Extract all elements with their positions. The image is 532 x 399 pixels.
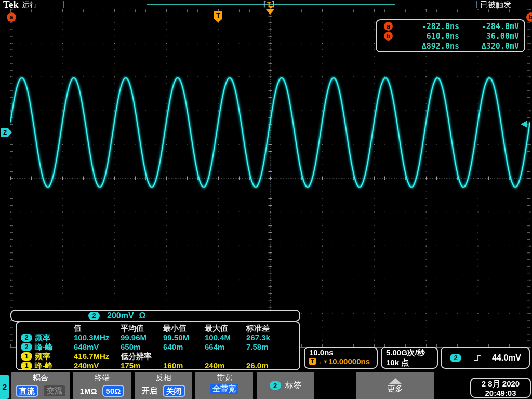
acquisition-run-status: 运行 [22,0,37,10]
termination-label: 终端 [95,373,110,383]
cursor-a-voltage: -284.0mV [459,22,519,31]
invert-off-option[interactable]: 关闭 [163,385,185,397]
meas-row1-name: 频率 [35,333,50,342]
termination-50ohm-option[interactable]: 50Ω [102,385,125,397]
meas-row1-std: 267.3k [246,333,296,342]
label-menu-button[interactable]: 2 标签 [257,372,314,399]
channel2-impedance: Ω [139,311,146,321]
meas-row2-max: 664m [205,342,246,352]
meas-row2-std: 7.58m [246,342,296,352]
arrow-icon: → [316,358,323,365]
meas-header-std: 标准差 [246,324,296,333]
label-text: 标签 [285,380,302,391]
coupling-dc-option[interactable]: 直流 [16,385,38,397]
meas-row4-value: 240mV [74,361,121,370]
meas-row3-max [205,352,246,361]
bandwidth-label: 带宽 [217,373,232,383]
record-length: 10k 点 [386,358,437,368]
channel2-badge: 2 [21,334,32,342]
meas-row4-mean: 175m [121,361,163,370]
cursor-a-offscreen-marker: a [7,12,16,22]
termination-menu-button[interactable]: 终端 1MΩ 50Ω [73,372,131,399]
cursor-delta-spacer [384,42,393,50]
termination-1meg-option[interactable]: 1MΩ [80,387,97,395]
acquisition-readout-box: 5.00G次/秒 10k 点 [381,347,438,369]
meas-header-mean: 平均值 [121,324,163,333]
meas-row2-min: 640m [163,342,205,352]
meas-row2-mean: 650m [121,342,163,352]
bandwidth-menu-button[interactable]: 带宽 全带宽 [195,372,253,399]
channel2-volts-per-div: 200mV [107,311,134,321]
meas-row1-value: 100.3MHz [74,333,121,342]
meas-row4-max: 240m [205,361,246,370]
meas-row4-name: 峰-峰 [35,361,53,370]
cursor-b-voltage: 36.00mV [459,32,519,41]
cursor-a-badge: a [384,22,393,31]
cursor-b-offscreen-marker: b [526,12,532,22]
more-label: 更多 [388,384,403,394]
trigger-status-text: 已被触发 [480,0,511,10]
channel1-badge: 1 [21,362,32,370]
timebase-readout-box: 10.0ns T → ▼ 10.00000ns [304,347,378,369]
bandwidth-value[interactable]: 全带宽 [210,384,238,394]
chevron-up-icon [389,378,402,384]
rising-edge-icon [474,354,482,362]
top-status-bar: Tek 运行 [T] 已被触发 [0,0,532,9]
trigger-source-badge: 2 [450,354,461,362]
time-text: 20:49:03 [471,389,530,398]
trigger-readout-box: 2 44.0mV [441,347,530,369]
meas-row4-std: 26.0m [246,361,296,370]
trigger-level-value: 44.0mV [492,353,521,363]
meas-row1-min: 99.50M [163,333,205,342]
date-text: 2 8月 2020 [471,379,530,389]
trigger-delay-value: 10.00000ns [328,357,370,366]
meas-corner [21,324,74,333]
more-menu-button[interactable]: 更多 [356,372,434,399]
meas-row2-name: 峰-峰 [35,342,53,352]
cursor-a-row: a -282.0ns -284.0mV [384,21,519,31]
channel2-badge: 2 [21,343,32,351]
coupling-label: 耦合 [33,373,48,383]
invert-on-option[interactable]: 开启 [142,386,157,396]
label-channel-badge: 2 [270,381,281,390]
meas-row4-min: 160m [163,361,205,370]
cursor-delta-time: Δ892.0ns [393,42,459,51]
channel1-badge: 1 [21,352,32,361]
record-view-strip: [T] [63,1,477,8]
meas-row3-warning: 低分辨率 [121,352,163,361]
meas-row3-std [246,352,296,361]
datetime-box: 2 8月 2020 20:49:03 [470,378,531,398]
channel2-menu-tab: 2 [0,375,9,399]
expansion-point-icon [266,9,274,15]
tek-logo: Tek [3,0,19,10]
meas-row3-name: 频率 [35,352,50,361]
cursor-readout-box: a -282.0ns -284.0mV b 610.0ns 36.00mV Δ8… [376,19,525,52]
cursor-delta-row: Δ892.0ns Δ320.0mV [384,41,519,51]
meas-row2-label: 2 峰-峰 [21,342,74,352]
meas-header-value: 值 [74,324,121,333]
invert-menu-button[interactable]: 反相 开启 关闭 [135,372,192,399]
coupling-ac-option[interactable]: 交流 [44,385,65,396]
sample-rate: 5.00G次/秒 [386,348,437,358]
invert-label: 反相 [156,373,171,383]
meas-row2-value: 648mV [74,342,121,352]
meas-row3-label: 1 频率 [21,352,74,361]
channel2-badge: 2 [88,312,100,320]
meas-row1-mean: 99.96M [121,333,163,342]
cursor-a-time: -282.0ns [393,22,459,31]
meas-row1-label: 2 频率 [21,333,74,342]
record-view-trigger-arrow-icon [268,6,273,9]
trigger-delay-readout: T → ▼ 10.00000ns [309,357,377,366]
meas-row1-max: 100.4M [205,333,246,342]
coupling-menu-button[interactable]: 耦合 直流 交流 [11,372,70,399]
meas-header-max: 最大值 [205,324,246,333]
triangle-icon: ▼ [323,359,328,364]
trigger-t-icon: T [309,358,316,365]
cursor-b-badge: b [384,32,393,41]
meas-row3-value: 416.7MHz [74,352,121,361]
timebase-scale: 10.0ns [309,348,377,357]
measurement-panel: 值 平均值 最小值 最大值 标准差 2 频率 100.3MHz 99.96M 9… [16,321,300,370]
channel2-scale-bar: 2 200mV Ω [10,310,300,322]
meas-header-min: 最小值 [163,324,205,333]
meas-row3-min [163,352,205,361]
